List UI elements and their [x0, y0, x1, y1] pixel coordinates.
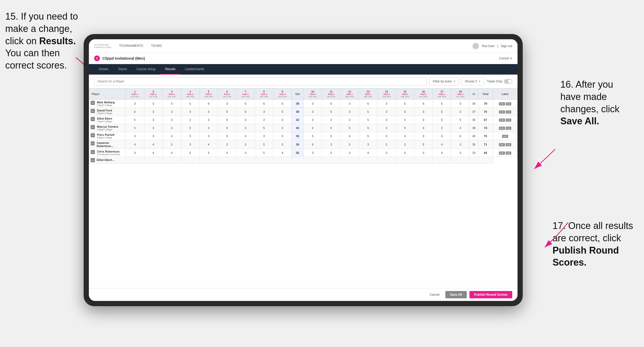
- score-hole-1[interactable]: 3: [126, 100, 144, 108]
- score-hole-12[interactable]: 3: [340, 100, 359, 108]
- score-hole-16[interactable]: 3: [414, 116, 433, 124]
- score-cell[interactable]: [236, 157, 255, 164]
- wd-badge[interactable]: WD: [499, 127, 505, 130]
- score-hole-12[interactable]: 3: [340, 108, 359, 116]
- score-cell[interactable]: [292, 157, 303, 164]
- score-hole-17[interactable]: 4: [433, 149, 451, 157]
- tab-teams[interactable]: Teams: [113, 64, 132, 75]
- score-hole-11[interactable]: 3: [322, 140, 341, 149]
- score-hole-6[interactable]: 4: [218, 149, 236, 157]
- score-hole-8[interactable]: 5: [255, 149, 273, 157]
- nav-teams[interactable]: TEAMS: [151, 43, 162, 49]
- score-hole-10[interactable]: 5: [303, 132, 322, 140]
- score-cell[interactable]: [163, 157, 181, 164]
- dq-badge[interactable]: DQ: [506, 110, 511, 114]
- score-hole-17[interactable]: 5: [433, 108, 451, 116]
- score-hole-17[interactable]: 3: [433, 124, 451, 132]
- score-hole-3[interactable]: 5: [163, 140, 181, 149]
- score-hole-14[interactable]: 3: [377, 140, 396, 149]
- score-hole-11[interactable]: 5: [322, 149, 341, 157]
- score-hole-1[interactable]: 4: [126, 140, 144, 149]
- score-hole-15[interactable]: 5: [396, 149, 414, 157]
- score-hole-12[interactable]: 4: [340, 132, 359, 140]
- score-hole-11[interactable]: 5: [322, 108, 341, 116]
- score-hole-5[interactable]: 3: [199, 116, 218, 124]
- score-hole-14[interactable]: 3: [377, 149, 396, 157]
- score-hole-9[interactable]: 3: [273, 116, 292, 124]
- score-hole-17[interactable]: 5: [433, 132, 451, 140]
- score-cell[interactable]: [359, 157, 377, 164]
- score-hole-9[interactable]: 3: [273, 124, 292, 132]
- score-cell[interactable]: [451, 157, 470, 164]
- score-hole-5[interactable]: 3: [199, 124, 218, 132]
- score-hole-4[interactable]: 4: [181, 108, 199, 116]
- score-hole-13[interactable]: 5: [359, 132, 377, 140]
- score-hole-7[interactable]: 5: [236, 100, 255, 108]
- score-hole-11[interactable]: 5: [322, 124, 341, 132]
- score-hole-11[interactable]: 5: [322, 100, 341, 108]
- publish-round-scores-button[interactable]: Publish Round Scores: [469, 291, 512, 298]
- score-hole-12[interactable]: 3: [340, 116, 359, 124]
- score-hole-4[interactable]: 5: [181, 100, 199, 108]
- score-hole-8[interactable]: 3: [255, 132, 273, 140]
- score-cell[interactable]: [340, 157, 359, 164]
- score-hole-9[interactable]: 3: [273, 140, 292, 149]
- score-hole-7[interactable]: 3: [236, 116, 255, 124]
- dq-badge[interactable]: DQ: [506, 152, 511, 155]
- score-hole-10[interactable]: 3: [303, 108, 322, 116]
- wd-badge[interactable]: WD: [499, 143, 505, 146]
- score-hole-4[interactable]: 5: [181, 149, 199, 157]
- score-hole-16[interactable]: 4: [414, 124, 433, 132]
- score-hole-2[interactable]: 3: [144, 132, 163, 140]
- score-cell[interactable]: [396, 157, 414, 164]
- score-hole-18[interactable]: 3: [451, 100, 470, 108]
- score-hole-8[interactable]: 5: [255, 140, 273, 149]
- score-hole-3[interactable]: 4: [163, 124, 181, 132]
- wd-badge[interactable]: WD: [499, 119, 505, 122]
- score-hole-4[interactable]: 3: [181, 116, 199, 124]
- score-hole-9[interactable]: 4: [273, 149, 292, 157]
- score-hole-6[interactable]: 5: [218, 108, 236, 116]
- score-hole-12[interactable]: 3: [340, 149, 359, 157]
- score-hole-6[interactable]: 3: [218, 140, 236, 149]
- score-hole-5[interactable]: 3: [199, 149, 218, 157]
- score-hole-15[interactable]: 5: [396, 116, 414, 124]
- score-hole-14[interactable]: 3: [377, 100, 396, 108]
- score-hole-13[interactable]: 5: [359, 124, 377, 132]
- toggle-switch[interactable]: [504, 79, 512, 84]
- score-hole-3[interactable]: 5: [163, 100, 181, 108]
- score-hole-9[interactable]: 5: [273, 108, 292, 116]
- score-cell[interactable]: [322, 157, 341, 164]
- score-hole-3[interactable]: 4: [163, 132, 181, 140]
- score-hole-18[interactable]: 4: [451, 124, 470, 132]
- score-cell[interactable]: [199, 157, 218, 164]
- score-hole-7[interactable]: 6: [236, 108, 255, 116]
- score-hole-5[interactable]: 4: [199, 100, 218, 108]
- score-cell[interactable]: [218, 157, 236, 164]
- score-hole-14[interactable]: 3: [377, 132, 396, 140]
- score-hole-1[interactable]: 5: [126, 124, 144, 132]
- score-hole-10[interactable]: 4: [303, 124, 322, 132]
- score-hole-1[interactable]: 3: [126, 149, 144, 157]
- score-hole-15[interactable]: 5: [396, 100, 414, 108]
- score-hole-8[interactable]: 5: [255, 124, 273, 132]
- score-hole-15[interactable]: 4: [396, 132, 414, 140]
- tab-course-setup[interactable]: Course Setup: [132, 64, 160, 75]
- score-hole-18[interactable]: 3: [451, 149, 470, 157]
- score-hole-8[interactable]: 6: [255, 100, 273, 108]
- score-hole-15[interactable]: 5: [396, 108, 414, 116]
- score-hole-18[interactable]: 3: [451, 140, 470, 149]
- score-hole-12[interactable]: 5: [340, 124, 359, 132]
- score-hole-16[interactable]: 6: [414, 100, 433, 108]
- score-hole-18[interactable]: 3: [451, 108, 470, 116]
- dq-badge[interactable]: DQ: [506, 127, 511, 130]
- score-hole-11[interactable]: 5: [322, 132, 341, 140]
- wd-badge[interactable]: WD: [502, 135, 508, 138]
- score-hole-15[interactable]: 3: [396, 140, 414, 149]
- score-hole-16[interactable]: 3: [414, 149, 433, 157]
- score-hole-16[interactable]: 5: [414, 140, 433, 149]
- score-hole-3[interactable]: 4: [163, 116, 181, 124]
- score-hole-7[interactable]: 5: [236, 140, 255, 149]
- score-hole-8[interactable]: 3: [255, 116, 273, 124]
- score-hole-2[interactable]: 3: [144, 116, 163, 124]
